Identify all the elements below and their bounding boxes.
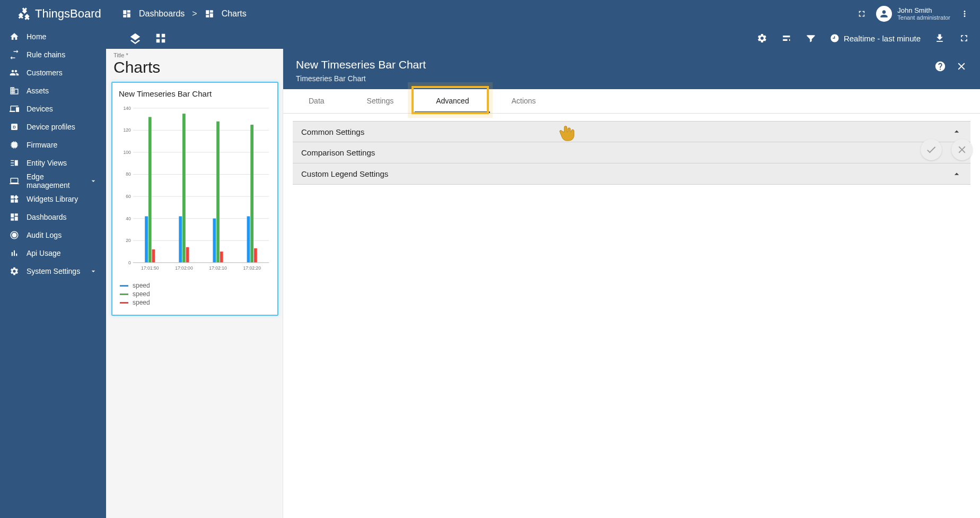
nav-widgets-library[interactable]: Widgets Library xyxy=(0,190,106,208)
edit-pane: Title * Charts New Timeseries Bar Chart … xyxy=(106,49,283,518)
title-field-label: Title * xyxy=(111,52,278,58)
apply-button[interactable] xyxy=(921,139,942,160)
nav-device-profiles[interactable]: DDevice profiles xyxy=(0,118,106,136)
nav-label: Home xyxy=(27,32,98,41)
nav-edge-management[interactable]: Edge management xyxy=(0,172,106,190)
nav-entity-views[interactable]: Entity Views xyxy=(0,154,106,172)
svg-rect-30 xyxy=(247,216,250,262)
dashboard-icon xyxy=(10,212,19,222)
layers-icon[interactable] xyxy=(129,32,141,44)
timewindow-button[interactable]: Realtime - last minute xyxy=(830,33,921,43)
fullscreen-alt-icon[interactable] xyxy=(857,9,867,19)
panel-subtitle: Timeseries Bar Chart xyxy=(296,74,426,83)
svg-text:120: 120 xyxy=(124,127,132,133)
people-icon xyxy=(10,68,19,77)
svg-rect-26 xyxy=(213,219,216,263)
clock-icon xyxy=(830,33,839,43)
svg-text:20: 20 xyxy=(126,238,131,243)
nav-label: Assets xyxy=(27,87,98,95)
close-icon xyxy=(956,144,968,156)
devices-icon xyxy=(10,104,19,114)
sidebar: ThingsBoard Home Rule chains Customers A… xyxy=(0,0,106,518)
section-common-settings[interactable]: Common Settings xyxy=(293,121,970,142)
filter-icon[interactable] xyxy=(806,33,816,44)
nav-customers[interactable]: Customers xyxy=(0,64,106,82)
panel-header: New Timeseries Bar Chart Timeseries Bar … xyxy=(283,49,980,89)
tab-data[interactable]: Data xyxy=(287,89,346,113)
nav-label: Entity Views xyxy=(27,159,98,167)
nav-audit-logs[interactable]: Audit Logs xyxy=(0,226,106,244)
home-icon xyxy=(10,32,19,41)
legend-item: speed xyxy=(120,299,272,306)
grid-icon[interactable] xyxy=(155,32,167,44)
svg-text:17:02:20: 17:02:20 xyxy=(243,265,261,271)
close-icon[interactable] xyxy=(956,61,967,72)
tab-actions[interactable]: Actions xyxy=(490,89,557,113)
svg-text:17:01:50: 17:01:50 xyxy=(141,265,159,271)
avatar xyxy=(876,6,892,22)
help-icon[interactable] xyxy=(934,61,946,72)
svg-text:140: 140 xyxy=(124,106,132,111)
chevron-down-icon xyxy=(89,267,98,275)
section-comparison-settings[interactable]: Comparison Settings xyxy=(293,142,970,163)
topbar: Dashboards > Charts John Smith Tenant ad… xyxy=(106,0,980,28)
thingsboard-icon xyxy=(16,6,31,21)
timewindow-label: Realtime - last minute xyxy=(844,34,921,43)
tab-settings[interactable]: Settings xyxy=(346,89,415,113)
nav-label: Firmware xyxy=(27,141,98,149)
breadcrumb-current[interactable]: Charts xyxy=(222,9,247,19)
tabbar: DataSettingsAdvancedActions xyxy=(283,89,980,114)
nav-rule-chains[interactable]: Rule chains xyxy=(0,46,106,64)
breadcrumb-root[interactable]: Dashboards xyxy=(139,9,185,19)
nav-dashboards[interactable]: Dashboards xyxy=(0,208,106,226)
title-field-value[interactable]: Charts xyxy=(111,58,278,82)
gear-icon[interactable] xyxy=(757,33,767,44)
pointer-cursor-icon xyxy=(556,120,578,145)
download-icon[interactable] xyxy=(934,33,945,44)
svg-rect-31 xyxy=(250,125,253,263)
brand-logo[interactable]: ThingsBoard xyxy=(0,0,106,28)
widget-preview[interactable]: New Timeseries Bar Chart 020406080100120… xyxy=(111,82,278,316)
svg-rect-27 xyxy=(216,122,220,263)
nav-assets[interactable]: Assets xyxy=(0,82,106,100)
settings-sections: Common SettingsComparison SettingsCustom… xyxy=(283,114,980,192)
nav-home[interactable]: Home xyxy=(0,28,106,46)
svg-rect-22 xyxy=(179,216,182,262)
nav-label: System Settings xyxy=(27,267,89,275)
section-custom-legend-settings[interactable]: Custom Legend Settings xyxy=(293,163,970,185)
nav-system-settings[interactable]: System Settings xyxy=(0,262,106,280)
svg-rect-32 xyxy=(254,248,257,263)
svg-text:17:02:10: 17:02:10 xyxy=(209,265,227,271)
nav-firmware[interactable]: Firmware xyxy=(0,136,106,154)
svg-text:0: 0 xyxy=(128,260,131,265)
fullscreen-icon[interactable] xyxy=(959,33,969,44)
nav: Home Rule chains Customers Assets Device… xyxy=(0,28,106,280)
svg-text:100: 100 xyxy=(124,150,132,155)
svg-rect-28 xyxy=(220,252,223,263)
chevron-down-icon xyxy=(89,177,98,185)
more-icon[interactable] xyxy=(960,9,969,19)
track-icon xyxy=(10,230,19,240)
widget-config-panel: New Timeseries Bar Chart Timeseries Bar … xyxy=(283,49,980,518)
entities-icon[interactable] xyxy=(781,33,792,44)
svg-rect-20 xyxy=(152,249,155,263)
gear-icon xyxy=(10,266,19,276)
chart-icon xyxy=(10,248,19,258)
nav-api-usage[interactable]: Api Usage xyxy=(0,244,106,262)
dashboard-toolbar: Realtime - last minute xyxy=(106,28,980,49)
svg-text:80: 80 xyxy=(126,171,131,177)
swap-icon xyxy=(10,50,19,59)
svg-text:17:02:00: 17:02:00 xyxy=(175,265,193,271)
user-name: John Smith xyxy=(897,7,950,14)
nav-label: Rule chains xyxy=(27,50,98,59)
cancel-button[interactable] xyxy=(951,139,973,160)
nav-label: Api Usage xyxy=(27,249,98,257)
breadcrumb-sep: > xyxy=(192,9,197,19)
user-menu[interactable]: John Smith Tenant administrator xyxy=(876,6,950,22)
tab-advanced[interactable]: Advanced xyxy=(415,89,490,113)
svg-rect-24 xyxy=(186,247,189,263)
nav-devices[interactable]: Devices xyxy=(0,100,106,118)
svg-rect-18 xyxy=(145,216,148,262)
svg-rect-19 xyxy=(148,117,152,262)
view-icon xyxy=(10,158,19,168)
